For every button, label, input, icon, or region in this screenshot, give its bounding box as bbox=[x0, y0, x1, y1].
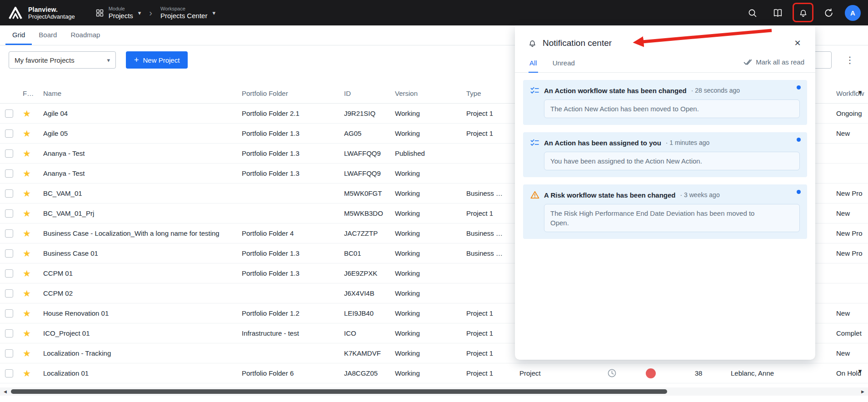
column-header-name[interactable]: Name bbox=[43, 89, 242, 97]
notification-card[interactable]: A Risk workflow state has been changed ·… bbox=[523, 184, 807, 239]
favorite-star-icon[interactable]: ★ bbox=[23, 269, 31, 278]
cell-name: ICO_Project 01 bbox=[43, 329, 242, 337]
cell-count: 38 bbox=[673, 369, 723, 377]
notification-card[interactable]: An Action workflow state has been change… bbox=[523, 80, 807, 125]
cell-portfolio-folder: Portfolio Folder 1.3 bbox=[242, 169, 344, 177]
row-checkbox[interactable] bbox=[5, 349, 13, 357]
notification-card[interactable]: An Action has been assigned to you · 1 m… bbox=[523, 132, 807, 177]
column-caret-icon[interactable]: ▼ bbox=[857, 89, 863, 96]
cell-type: Project 1 bbox=[460, 369, 512, 377]
scroll-thumb[interactable] bbox=[11, 389, 667, 394]
refresh-button[interactable] bbox=[819, 4, 838, 22]
view-tab[interactable]: Board bbox=[32, 25, 64, 45]
unread-dot bbox=[797, 138, 801, 142]
row-checkbox[interactable] bbox=[5, 209, 13, 218]
cell-workflow: New Pro bbox=[833, 229, 868, 237]
column-header-fav[interactable]: Fav... bbox=[18, 89, 43, 97]
cell-name: Localization 01 bbox=[43, 369, 242, 377]
bell-icon bbox=[528, 39, 537, 48]
favorite-star-icon[interactable]: ★ bbox=[23, 229, 31, 238]
close-icon[interactable]: ✕ bbox=[791, 36, 804, 50]
row-checkbox[interactable] bbox=[5, 249, 13, 258]
column-header-version[interactable]: Version bbox=[395, 89, 460, 97]
chevron-down-icon: ▾ bbox=[212, 10, 215, 16]
mark-all-read-button[interactable]: Mark all as read bbox=[743, 55, 804, 72]
cell-version: Published bbox=[395, 149, 460, 157]
favorite-star-icon[interactable]: ★ bbox=[23, 369, 31, 378]
cell-portfolio-folder: Portfolio Folder 2.1 bbox=[242, 109, 344, 117]
favorite-star-icon[interactable]: ★ bbox=[23, 189, 31, 198]
notification-list: An Action workflow state has been change… bbox=[515, 73, 815, 246]
workspace-picker[interactable]: Workspace Projects Center ▾ bbox=[158, 4, 218, 22]
row-checkbox[interactable] bbox=[5, 369, 13, 377]
cell-id: J6E9ZPXK bbox=[344, 269, 395, 277]
view-tab[interactable]: Roadmap bbox=[64, 25, 107, 45]
notification-panel: Notification center ✕ All Unread Mark al… bbox=[515, 25, 815, 360]
planview-logo-icon bbox=[7, 5, 24, 21]
cell-version: Working bbox=[395, 229, 460, 237]
cell-portfolio-folder: Portfolio Folder 1.3 bbox=[242, 129, 344, 137]
cell-portfolio-folder: Infrastructure - test bbox=[242, 329, 344, 337]
search-button[interactable] bbox=[743, 4, 761, 22]
column-header-id[interactable]: ID bbox=[344, 89, 395, 97]
row-checkbox[interactable] bbox=[5, 169, 13, 178]
table-row[interactable]: ★ Localization 01 Portfolio Folder 6 JA8… bbox=[0, 363, 868, 383]
favorite-star-icon[interactable]: ★ bbox=[23, 309, 31, 318]
cell-name: Business Case 01 bbox=[43, 249, 242, 257]
favorites-filter-value: My favorite Projects bbox=[15, 56, 75, 64]
favorite-star-icon[interactable]: ★ bbox=[23, 109, 31, 118]
module-label: Module bbox=[109, 6, 133, 12]
user-avatar[interactable]: A bbox=[845, 5, 861, 21]
favorite-star-icon[interactable]: ★ bbox=[23, 129, 31, 138]
brand-name: Planview. bbox=[28, 6, 75, 13]
help-docs-button[interactable] bbox=[768, 4, 787, 22]
favorite-star-icon[interactable]: ★ bbox=[23, 169, 31, 178]
column-header-type[interactable]: Type bbox=[460, 89, 512, 97]
search-icon bbox=[747, 8, 758, 18]
row-checkbox[interactable] bbox=[5, 309, 13, 318]
view-tab[interactable]: Grid bbox=[5, 25, 32, 45]
planview-brand[interactable]: Planview. ProjectAdvantage bbox=[7, 5, 75, 21]
row-checkbox[interactable] bbox=[5, 229, 13, 238]
row-checkbox[interactable] bbox=[5, 109, 13, 118]
favorite-star-icon[interactable]: ★ bbox=[23, 349, 31, 358]
horizontal-scrollbar[interactable]: ◄ ► bbox=[0, 387, 868, 396]
overflow-menu-icon[interactable]: ⋮ bbox=[843, 51, 856, 69]
notification-time: · 28 seconds ago bbox=[691, 87, 740, 94]
notification-filter-tab[interactable]: Unread bbox=[552, 55, 576, 73]
notifications-button[interactable] bbox=[794, 4, 812, 22]
vertical-scroll-caret-icon[interactable]: ▼ bbox=[857, 368, 863, 375]
favorite-star-icon[interactable]: ★ bbox=[23, 329, 31, 338]
favorite-star-icon[interactable]: ★ bbox=[23, 289, 31, 298]
row-checkbox[interactable] bbox=[5, 129, 13, 138]
new-project-button[interactable]: + New Project bbox=[126, 51, 188, 69]
favorites-filter-select[interactable]: My favorite Projects ▾ bbox=[9, 51, 116, 69]
cell-portfolio-folder: Portfolio Folder 1.3 bbox=[242, 249, 344, 257]
cell-name: CCPM 02 bbox=[43, 289, 242, 297]
module-picker[interactable]: Module Projects ▾ bbox=[92, 4, 144, 22]
favorite-star-icon[interactable]: ★ bbox=[23, 209, 31, 218]
cell-version: Working bbox=[395, 329, 460, 337]
cell-type: Project 1 bbox=[460, 129, 512, 137]
book-icon bbox=[773, 8, 783, 18]
row-checkbox[interactable] bbox=[5, 149, 13, 158]
cell-name: Localization - Tracking bbox=[43, 349, 242, 357]
favorite-star-icon[interactable]: ★ bbox=[23, 149, 31, 158]
favorite-star-icon[interactable]: ★ bbox=[23, 249, 31, 258]
row-checkbox[interactable] bbox=[5, 189, 13, 198]
breadcrumb-chevron-icon: › bbox=[149, 8, 152, 17]
cell-portfolio-folder: Portfolio Folder 6 bbox=[242, 369, 344, 377]
notification-body: The Action New Action has been moved to … bbox=[544, 99, 800, 118]
column-header-portfolio-folder[interactable]: Portfolio Folder bbox=[242, 89, 344, 97]
cell-name: Ananya - Test bbox=[43, 169, 242, 177]
cell-id: M5WK0FGT bbox=[344, 189, 395, 197]
row-checkbox[interactable] bbox=[5, 289, 13, 298]
new-project-label: New Project bbox=[143, 56, 180, 64]
row-checkbox[interactable] bbox=[5, 269, 13, 278]
notification-filter-tab[interactable]: All bbox=[529, 55, 538, 73]
row-checkbox[interactable] bbox=[5, 329, 13, 337]
scroll-left-icon[interactable]: ◄ bbox=[3, 387, 8, 396]
scroll-right-icon[interactable]: ► bbox=[860, 387, 865, 396]
cell-version: Working bbox=[395, 249, 460, 257]
cell-id: LWAFFQQ9 bbox=[344, 169, 395, 177]
